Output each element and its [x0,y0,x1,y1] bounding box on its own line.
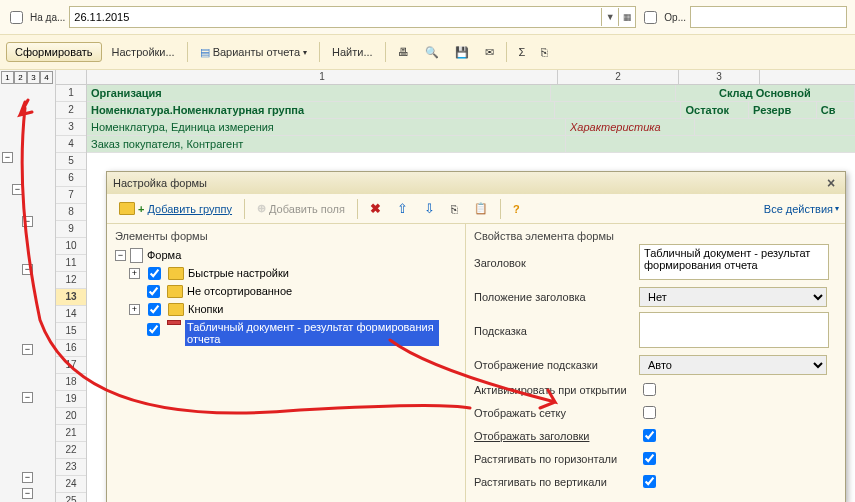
find-button[interactable]: Найти... [326,43,379,61]
col-header-2[interactable]: 2 [558,70,679,84]
separator [385,42,386,62]
tree-item-result-doc[interactable]: Табличный документ - результат формирова… [107,318,465,348]
expand-icon[interactable]: + [129,304,140,315]
tree-checkbox[interactable] [147,323,160,336]
tree-item-form[interactable]: − Форма [107,246,465,264]
outline-expander[interactable]: − [2,152,13,163]
prop-activate-checkbox[interactable] [643,383,656,396]
prop-titlepos-select[interactable]: Нет [639,287,827,307]
close-icon[interactable]: × [823,175,839,191]
all-actions-button[interactable]: Все действия▾ [764,203,839,215]
move-down-icon[interactable]: ⇩ [418,198,441,219]
date-field[interactable]: ▼ ▦ [69,6,636,28]
prop-hintdisp-select[interactable]: Авто [639,355,827,375]
row-num[interactable]: 18 [56,374,86,391]
expand-icon[interactable]: − [115,250,126,261]
prop-stretchh-checkbox[interactable] [643,452,656,465]
org-checkbox[interactable] [644,11,657,24]
prop-title-input[interactable]: Табличный документ - результат формирова… [639,244,829,280]
move-up-icon[interactable]: ⇧ [391,198,414,219]
row-num[interactable]: 7 [56,187,86,204]
prop-showgrid-checkbox[interactable] [643,406,656,419]
row-num[interactable]: 24 [56,476,86,493]
row-num[interactable]: 13 [56,289,86,306]
date-input[interactable] [70,9,601,25]
print-icon[interactable]: 🖶 [392,43,415,61]
tree-checkbox[interactable] [148,267,161,280]
add-fields-button[interactable]: ⊕ Добавить поля [251,199,351,218]
outline-expander[interactable]: − [22,344,33,355]
org-field[interactable] [690,6,847,28]
folder-icon [119,202,135,215]
row-num[interactable]: 25 [56,493,86,502]
report-variants-button[interactable]: ▤ Варианты отчета ▾ [194,43,313,62]
outline-expander[interactable]: − [12,184,23,195]
tree-item-quick[interactable]: + Быстрые настройки [107,264,465,282]
outline-expander[interactable]: − [22,472,33,483]
save-icon[interactable]: 💾 [449,43,475,62]
row-num[interactable]: 10 [56,238,86,255]
add-group-button[interactable]: + Добавить группу [113,199,238,218]
cell-order: Заказ покупателя, Контрагент [87,136,566,152]
row-num[interactable]: 8 [56,204,86,221]
row-num[interactable]: 3 [56,119,86,136]
add-fields-label: Добавить поля [269,203,345,215]
preview-icon[interactable]: 🔍 [419,43,445,62]
delete-icon[interactable]: ✖ [364,198,387,219]
prop-hint-input[interactable] [639,312,829,348]
settings-button[interactable]: Настройки... [106,43,181,61]
col-header-3[interactable]: 3 [679,70,760,84]
folder-icon [167,285,183,298]
row-num[interactable]: 14 [56,306,86,323]
row-num[interactable]: 17 [56,357,86,374]
help-icon[interactable]: ? [507,200,526,218]
row-num[interactable]: 1 [56,85,86,102]
dropdown-icon[interactable]: ▼ [601,8,618,26]
row-num[interactable]: 12 [56,272,86,289]
mail-icon[interactable]: ✉ [479,43,500,62]
outline-level-2[interactable]: 2 [14,71,27,84]
outline-level-1[interactable]: 1 [1,71,14,84]
org-input[interactable] [691,9,846,25]
tree-item-buttons[interactable]: + Кнопки [107,300,465,318]
row-num[interactable]: 2 [56,102,86,119]
outline-expander[interactable]: − [22,264,33,275]
calendar-icon[interactable]: ▦ [618,8,635,26]
row-num[interactable]: 15 [56,323,86,340]
copy-icon[interactable]: ⎘ [445,200,464,218]
row-num[interactable]: 4 [56,136,86,153]
row-num[interactable]: 6 [56,170,86,187]
outline-expander[interactable]: − [22,392,33,403]
row-num[interactable]: 20 [56,408,86,425]
tree-checkbox[interactable] [148,303,161,316]
row-num[interactable]: 21 [56,425,86,442]
row-num[interactable]: 23 [56,459,86,476]
outline-level-3[interactable]: 3 [27,71,40,84]
expand-icon[interactable]: + [129,268,140,279]
outline-expander[interactable]: − [22,488,33,499]
row-num[interactable]: 22 [56,442,86,459]
row-num[interactable]: 5 [56,153,86,170]
prop-showheaders-checkbox[interactable] [643,429,656,442]
col-header-1[interactable]: 1 [87,70,558,84]
cell-char: Характеристика [566,119,695,135]
warehouse-header: Склад Основной [676,85,855,101]
add-group-label: Добавить группу [147,203,232,215]
row-num[interactable]: 16 [56,340,86,357]
row-num[interactable]: 19 [56,391,86,408]
row-num[interactable]: 9 [56,221,86,238]
prop-showheaders-label: Отображать заголовки [474,430,639,442]
copy-icon[interactable]: ⎘ [535,43,554,61]
prop-stretchv-checkbox[interactable] [643,475,656,488]
prop-activate-label: Активизировать при открытии [474,384,639,396]
outline-expander[interactable]: − [22,216,33,227]
generate-button[interactable]: Сформировать [6,42,102,62]
sum-icon[interactable]: Σ [513,43,532,61]
row-num[interactable]: 11 [56,255,86,272]
form-elements-header: Элементы формы [107,228,465,244]
paste-icon[interactable]: 📋 [468,199,494,218]
outline-level-4[interactable]: 4 [40,71,53,84]
tree-checkbox[interactable] [147,285,160,298]
tree-item-unsorted[interactable]: Не отсортированное [107,282,465,300]
on-date-checkbox[interactable] [10,11,23,24]
